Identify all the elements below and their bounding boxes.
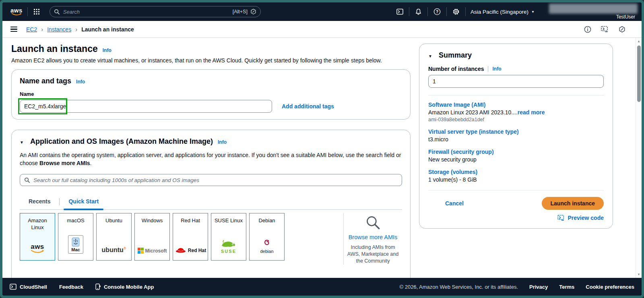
summary-row-instance-type: Virtual server type (instance type) t3.m…	[428, 128, 604, 143]
summary-collapse-icon[interactable]: ▼	[428, 54, 432, 58]
ami-section-info-link[interactable]: Info	[218, 139, 227, 145]
header-utilities: ? Asia Pacific (Singapore) ▼	[391, 2, 539, 21]
menu-icon	[10, 27, 17, 28]
summary-row-firewall: Firewall (security group) New security g…	[428, 149, 604, 163]
instance-type-value: t3.micro	[428, 136, 604, 143]
instances-info-link[interactable]: Info	[492, 66, 501, 72]
breadcrumb-ec2-link[interactable]: EC2	[26, 26, 37, 33]
top-navigation-bar: aws Search [Alt+S]	[2, 2, 642, 21]
vertical-scrollbar[interactable]: ▲ ▼	[636, 38, 642, 278]
firewall-link[interactable]: Firewall (security group)	[428, 149, 604, 155]
ubuntu-logo-icon: ubuntu®	[102, 246, 126, 254]
scrollbar-thumb[interactable]	[637, 46, 641, 102]
storage-value: 1 volume(s) - 8 GiB	[428, 176, 604, 183]
suse-logo-icon: SUSE	[220, 239, 237, 254]
os-tile-windows[interactable]: Windows Microsoft	[134, 213, 170, 261]
os-tile-amazon-linux[interactable]: Amazon Linux aws	[20, 213, 55, 261]
tab-recents[interactable]: Recents	[20, 197, 59, 209]
feedback-button[interactable]: Feedback	[59, 284, 83, 290]
page-info-link[interactable]: Info	[103, 48, 111, 53]
os-tile-debian[interactable]: Debian debian	[249, 213, 285, 261]
browse-more-amis-block: Browse more AMIs Including AMIs from AWS…	[343, 213, 402, 265]
browse-more-amis-link[interactable]: Browse more AMIs	[349, 234, 398, 240]
apps-grid-icon	[33, 8, 40, 15]
breadcrumb-tools	[584, 26, 625, 33]
search-icon	[54, 9, 60, 15]
cloudshell-terminal-icon	[396, 8, 403, 15]
preview-code-panel-button[interactable]	[601, 26, 609, 33]
info-circle-icon	[584, 26, 591, 33]
terms-link[interactable]: Terms	[559, 284, 574, 290]
copyright-text: © 2026, Amazon Web Services, Inc. or its…	[399, 284, 518, 290]
ami-tabs: Recents Quick Start	[20, 197, 402, 210]
ami-section-description: An AMI contains the operating system, ap…	[20, 151, 402, 167]
os-tile-suse-linux[interactable]: SUSE Linux SUSE	[211, 213, 246, 261]
code-window-icon	[601, 26, 609, 33]
firewall-value: New security group	[428, 156, 604, 163]
info-panel-button[interactable]	[584, 26, 591, 33]
notifications-button[interactable]	[409, 2, 427, 21]
breadcrumb-bar: EC2 › Instances › Launch an instance	[2, 21, 642, 38]
cloudshell-footer-button[interactable]: CloudShell	[10, 284, 47, 290]
shortcuts-button[interactable]	[619, 26, 625, 33]
instance-name-input[interactable]	[20, 100, 272, 113]
side-menu-button[interactable]	[10, 27, 17, 32]
ami-id-value: ami-039a8ebebdd2a1def	[428, 117, 604, 122]
os-tile-macos[interactable]: macOS Mac	[58, 213, 93, 261]
gear-icon	[452, 8, 460, 15]
settings-button[interactable]	[447, 2, 465, 21]
browser-window: aws Search [Alt+S]	[0, 0, 644, 298]
breadcrumb-current-page: Launch an instance	[81, 26, 134, 33]
tab-quick-start[interactable]: Quick Start	[60, 197, 107, 209]
aws-smile-icon	[11, 13, 22, 16]
global-search-input[interactable]: Search [Alt+S]	[50, 6, 261, 17]
aws-logo[interactable]: aws	[10, 8, 23, 16]
software-image-value: Amazon Linux 2023 AMI 2023.10....read mo…	[428, 109, 604, 116]
breadcrumb-separator-icon: ›	[75, 26, 77, 33]
macos-logo-icon: Mac	[68, 235, 83, 254]
ami-section-collapse-icon[interactable]: ▼	[20, 140, 24, 145]
os-tile-ubuntu[interactable]: Ubuntu ubuntu®	[96, 213, 132, 261]
breadcrumb-instances-link[interactable]: Instances	[47, 26, 71, 33]
software-image-link[interactable]: Software Image (AMI)	[428, 101, 604, 108]
virtual-server-type-link[interactable]: Virtual server type (instance type)	[428, 128, 604, 135]
summary-divider	[428, 190, 604, 190]
privacy-link[interactable]: Privacy	[529, 284, 548, 290]
cloudshell-button[interactable]	[391, 2, 409, 21]
breadcrumb-separator-icon: ›	[41, 26, 43, 33]
mobile-phone-icon	[95, 284, 101, 290]
scroll-down-icon[interactable]: ▼	[637, 271, 640, 278]
chevron-down-icon: ▼	[531, 10, 535, 14]
ami-section-title: Application and OS Images (Amazon Machin…	[30, 137, 213, 146]
search-placeholder: Search	[63, 9, 233, 15]
cancel-button[interactable]: Cancel	[445, 200, 464, 207]
launch-instance-button[interactable]: Launch instance	[542, 197, 604, 210]
name-field-label: Name	[20, 91, 402, 97]
preview-code-link[interactable]: Preview code	[568, 215, 604, 221]
name-and-tags-info-link[interactable]: Info	[76, 79, 85, 85]
os-tile-red-hat[interactable]: Red Hat Red Hat	[173, 213, 208, 261]
ami-search-placeholder: Search our full catalog including 1000s …	[33, 177, 199, 183]
ami-search-input[interactable]: Search our full catalog including 1000s …	[20, 174, 402, 186]
username-label: TestUser	[616, 14, 635, 20]
region-selector[interactable]: Asia Pacific (Singapore) ▼	[466, 9, 539, 15]
footer-bar: CloudShell Feedback Console Mobile App ©…	[2, 278, 642, 296]
ami-section: ▼ Application and OS Images (Amazon Mach…	[11, 130, 411, 278]
summary-row-storage: Storage (volumes) 1 volume(s) - 8 GiB	[428, 169, 604, 183]
bell-icon	[415, 8, 422, 15]
number-of-instances-label: Number of instances	[428, 66, 484, 72]
read-more-link[interactable]: read more	[518, 109, 545, 116]
summary-title: Summary	[439, 51, 472, 60]
number-of-instances-input[interactable]	[428, 75, 604, 88]
name-and-tags-section: Name and tags Info Name Add additional t…	[11, 69, 411, 120]
help-button[interactable]: ?	[428, 2, 446, 21]
add-additional-tags-link[interactable]: Add additional tags	[282, 103, 334, 110]
name-and-tags-title: Name and tags	[20, 77, 71, 85]
cookie-preferences-link[interactable]: Cookie preferences	[586, 284, 634, 290]
services-menu-button[interactable]	[28, 2, 45, 21]
summary-divider	[428, 95, 604, 95]
console-mobile-app-button[interactable]: Console Mobile App	[95, 284, 154, 290]
scroll-up-icon[interactable]: ▲	[637, 38, 640, 45]
svg-text:?: ?	[436, 10, 438, 14]
storage-link[interactable]: Storage (volumes)	[428, 169, 604, 175]
